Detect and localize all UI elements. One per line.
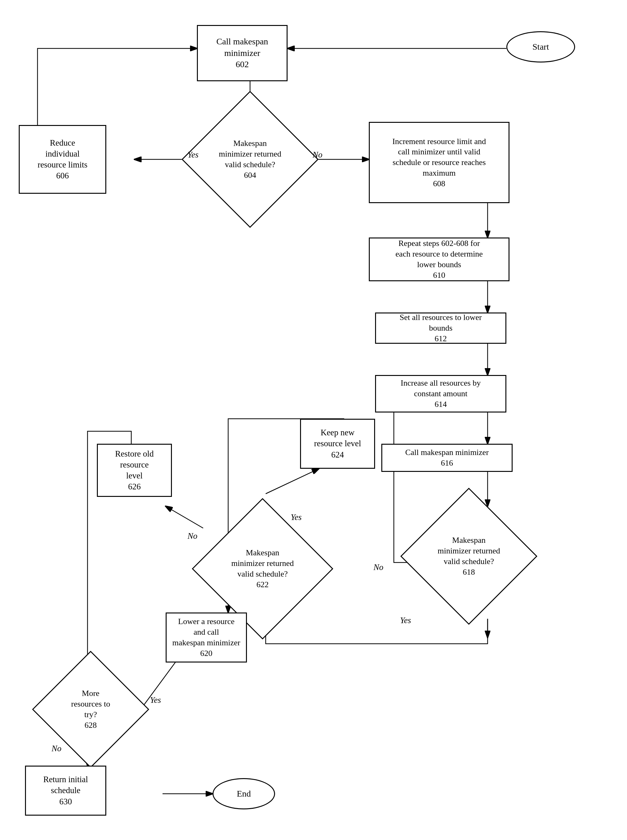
label-yes4: Yes	[150, 695, 161, 705]
box610-label: Repeat steps 602-608 foreach resource to…	[395, 238, 483, 280]
diamond622-label: Makespanminimizer returnedvalid schedule…	[230, 546, 295, 591]
box606-label: Reduceindividualresource limits606	[38, 137, 88, 181]
box-626: Restore oldresourcelevel626	[97, 444, 172, 497]
label-no4: No	[52, 744, 61, 753]
box-616: Call makespan minimizer616	[381, 444, 513, 472]
box620-label: Lower a resourceand callmakespan minimiz…	[172, 616, 240, 658]
box-608: Increment resource limit andcall minimiz…	[369, 122, 509, 203]
box626-label: Restore oldresourcelevel626	[115, 448, 154, 492]
label-yes1: Yes	[187, 150, 198, 160]
diamond-604: Makespanminimizer returnedvalid schedule…	[178, 116, 322, 203]
box612-label: Set all resources to lowerbounds612	[400, 312, 482, 344]
box614-label: Increase all resources byconstant amount…	[401, 378, 481, 409]
box-606: Reduceindividualresource limits606	[19, 125, 106, 194]
diamond-628: Moreresources totry?628	[31, 662, 150, 756]
box624-label: Keep newresource level624	[314, 427, 361, 460]
box-602: Call makespanminimizer602	[197, 25, 288, 81]
box-624: Keep newresource level624	[300, 419, 375, 469]
end-oval: End	[213, 778, 275, 809]
label-yes2: Yes	[400, 616, 411, 625]
end-label: End	[236, 789, 250, 799]
start-label: Start	[532, 42, 549, 52]
box602-label: Call makespanminimizer602	[216, 36, 268, 70]
box-614: Increase all resources byconstant amount…	[375, 375, 506, 412]
diamond618-label: Makespanminimizer returnedvalid schedule…	[436, 533, 502, 579]
box-612: Set all resources to lowerbounds612	[375, 313, 506, 344]
start-oval: Start	[506, 31, 575, 63]
label-no3: No	[187, 531, 197, 541]
label-no2: No	[373, 563, 383, 572]
box-610: Repeat steps 602-608 foreach resource to…	[369, 238, 509, 281]
diamond604-label: Makespanminimizer returnedvalid schedule…	[217, 137, 283, 182]
box-620: Lower a resourceand callmakespan minimiz…	[165, 612, 247, 662]
label-yes3: Yes	[291, 513, 302, 522]
diamond-618: Makespanminimizer returnedvalid schedule…	[400, 497, 537, 616]
box-630: Return initialschedule630	[25, 766, 106, 816]
diamond628-label: Moreresources totry?628	[70, 687, 112, 732]
diamond-622: Makespanminimizer returnedvalid schedule…	[187, 519, 337, 619]
box630-label: Return initialschedule630	[43, 774, 88, 807]
box616-label: Call makespan minimizer616	[405, 447, 488, 469]
svg-line-11	[266, 469, 319, 494]
box608-label: Increment resource limit andcall minimiz…	[392, 136, 486, 189]
label-no1: No	[313, 150, 323, 160]
